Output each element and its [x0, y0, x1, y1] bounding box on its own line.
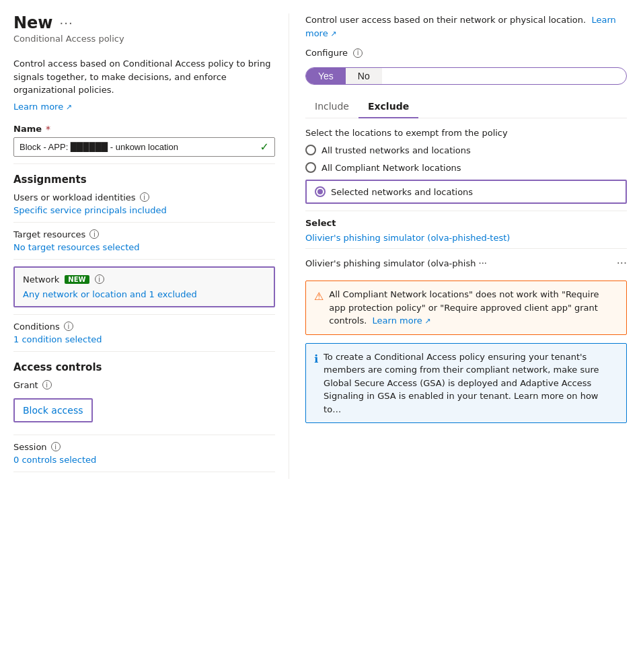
session-label: Session [13, 442, 47, 452]
warning-icon: ⚠ [314, 289, 324, 328]
access-controls-label: Access controls [13, 361, 275, 373]
simulator-item-more[interactable]: ··· [617, 257, 627, 270]
info-box: ℹ To create a Conditional Access policy … [305, 343, 627, 424]
warning-box: ⚠ All Compliant Network locations" does … [305, 281, 627, 335]
toggle-group: Yes No [305, 67, 627, 85]
network-box: Network NEW i Any network or location an… [13, 266, 275, 307]
users-info-icon[interactable]: i [140, 192, 149, 202]
name-input[interactable] [20, 142, 260, 152]
name-label: Name [13, 124, 42, 134]
divider-1 [13, 163, 275, 164]
tab-exclude[interactable]: Exclude [358, 96, 418, 118]
radio-all-trusted-row: All trusted networks and locations [305, 145, 627, 155]
conditions-value-link[interactable]: 1 condition selected [13, 334, 275, 344]
required-star: * [46, 124, 50, 135]
page-subtitle: Conditional Access policy [13, 34, 275, 44]
radio-selected-networks[interactable] [315, 186, 326, 197]
divider-7 [13, 472, 275, 472]
divider-2 [13, 222, 275, 223]
simulator-item-label: Olivier's phishing simulator (olva-phish… [305, 258, 487, 268]
right-panel: Control user access based on their netwo… [289, 13, 643, 479]
divider-4 [13, 314, 275, 315]
radio-selected-networks-label: Selected networks and locations [331, 187, 473, 197]
info-box-icon: ℹ [314, 351, 318, 416]
simulator-item-row: Olivier's phishing simulator (olva-phish… [305, 254, 627, 272]
simulator-link[interactable]: Olivier's phishing simulator (olva-phish… [305, 233, 510, 243]
radio-all-compliant[interactable] [305, 162, 316, 173]
select-section-label: Select [305, 218, 627, 228]
session-info-icon[interactable]: i [51, 442, 61, 451]
target-info-icon[interactable]: i [89, 229, 99, 239]
toggle-yes-button[interactable]: Yes [306, 68, 346, 84]
users-value-link[interactable]: Specific service principals included [13, 205, 275, 215]
radio-all-trusted-label: All trusted networks and locations [322, 145, 471, 155]
toggle-no-button[interactable]: No [346, 68, 382, 84]
network-new-badge: NEW [65, 275, 89, 284]
users-label: Users or workload identities [13, 192, 136, 202]
divider-right-1 [305, 211, 627, 211]
right-description: Control user access based on their netwo… [305, 13, 627, 40]
left-panel: New ··· Conditional Access policy Contro… [0, 13, 289, 479]
configure-row: Configure i [305, 48, 627, 58]
session-value-link[interactable]: 0 controls selected [13, 455, 275, 465]
name-field-wrapper[interactable]: ✓ [13, 137, 275, 157]
conditions-label: Conditions [13, 322, 60, 332]
divider-5 [13, 351, 275, 352]
configure-info-icon[interactable]: i [353, 48, 363, 58]
network-value[interactable]: Any network or location and 1 excluded [23, 289, 197, 299]
info-box-text: To create a Conditional Access policy en… [324, 350, 618, 416]
left-learn-more-link[interactable]: Learn more [13, 102, 72, 112]
more-options-button[interactable]: ··· [60, 16, 73, 30]
name-checkmark: ✓ [260, 141, 269, 153]
divider-3 [13, 259, 275, 260]
radio-all-compliant-label: All Compliant Network locations [322, 163, 461, 173]
configure-label: Configure [305, 48, 348, 58]
grant-box: Block access [13, 398, 93, 422]
network-label: Network [23, 274, 59, 285]
warning-text: All Compliant Network locations" does no… [329, 288, 618, 328]
radio-all-trusted[interactable] [305, 145, 316, 155]
select-description: Select the locations to exempt from the … [305, 128, 627, 138]
divider-right-2 [305, 248, 627, 249]
target-label: Target resources [13, 229, 85, 239]
radio-all-compliant-row: All Compliant Network locations [305, 162, 627, 173]
divider-6 [13, 435, 275, 435]
conditions-info-icon[interactable]: i [64, 322, 73, 331]
grant-value-link[interactable]: Block access [23, 405, 83, 416]
left-description: Control access based on Conditional Acce… [13, 57, 275, 97]
grant-label: Grant [13, 380, 38, 390]
selected-networks-box: Selected networks and locations [305, 180, 627, 204]
target-value-link[interactable]: No target resources selected [13, 242, 275, 252]
network-info-icon[interactable]: i [95, 274, 104, 284]
assignments-label: Assignments [13, 174, 275, 186]
tab-include[interactable]: Include [305, 96, 358, 118]
grant-info-icon[interactable]: i [42, 380, 52, 389]
page-title: New [13, 13, 53, 32]
tabs-row: Include Exclude [305, 96, 627, 118]
warning-learn-more-link[interactable]: Learn more [373, 315, 431, 326]
